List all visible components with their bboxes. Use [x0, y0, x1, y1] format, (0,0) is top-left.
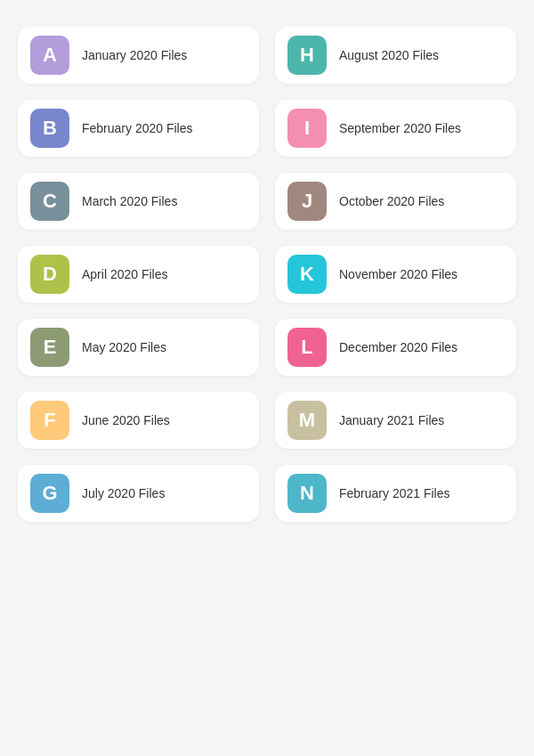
folder-label: April 2020 Files: [82, 267, 168, 281]
folder-icon: A: [30, 36, 69, 75]
folder-item[interactable]: DApril 2020 Files: [18, 246, 259, 303]
folder-label: October 2020 Files: [339, 194, 444, 208]
folder-icon: D: [30, 255, 69, 294]
folder-icon: M: [287, 401, 327, 440]
folder-icon: B: [30, 109, 69, 148]
folder-icon: F: [30, 401, 69, 440]
folder-label: January 2020 Files: [82, 48, 187, 62]
folder-item[interactable]: NFebruary 2021 Files: [275, 465, 516, 522]
folder-item[interactable]: LDecember 2020 Files: [275, 319, 516, 376]
folder-label: May 2020 Files: [82, 340, 166, 354]
folder-label: January 2021 Files: [339, 413, 444, 427]
folder-label: November 2020 Files: [339, 267, 457, 281]
folder-icon: H: [287, 36, 327, 75]
folder-label: August 2020 Files: [339, 48, 439, 62]
folder-icon: G: [30, 474, 69, 513]
folder-icon: K: [287, 255, 327, 294]
folder-item[interactable]: BFebruary 2020 Files: [18, 100, 259, 157]
folder-label: February 2021 Files: [339, 486, 450, 500]
folder-label: July 2020 Files: [82, 486, 165, 500]
folder-label: September 2020 Files: [339, 121, 461, 135]
folder-icon: L: [287, 328, 327, 367]
folder-label: June 2020 Files: [82, 413, 170, 427]
folder-icon: J: [287, 182, 327, 221]
folder-item[interactable]: MJanuary 2021 Files: [275, 392, 516, 449]
folder-item[interactable]: KNovember 2020 Files: [275, 246, 516, 303]
folder-label: February 2020 Files: [82, 121, 193, 135]
folder-icon: N: [287, 474, 327, 513]
folder-icon: E: [30, 328, 69, 367]
folder-label: December 2020 Files: [339, 340, 457, 354]
folder-item[interactable]: CMarch 2020 Files: [18, 173, 259, 230]
folder-icon: I: [287, 109, 327, 148]
folder-item[interactable]: AJanuary 2020 Files: [18, 27, 259, 84]
folder-item[interactable]: ISeptember 2020 Files: [275, 100, 516, 157]
folder-item[interactable]: HAugust 2020 Files: [275, 27, 516, 84]
folder-item[interactable]: FJune 2020 Files: [18, 392, 259, 449]
folder-item[interactable]: GJuly 2020 Files: [18, 465, 259, 522]
folder-item[interactable]: JOctober 2020 Files: [275, 173, 516, 230]
folder-item[interactable]: EMay 2020 Files: [18, 319, 259, 376]
folder-label: March 2020 Files: [82, 194, 177, 208]
folder-icon: C: [30, 182, 69, 221]
folder-grid: AJanuary 2020 FilesHAugust 2020 FilesBFe…: [18, 27, 516, 522]
